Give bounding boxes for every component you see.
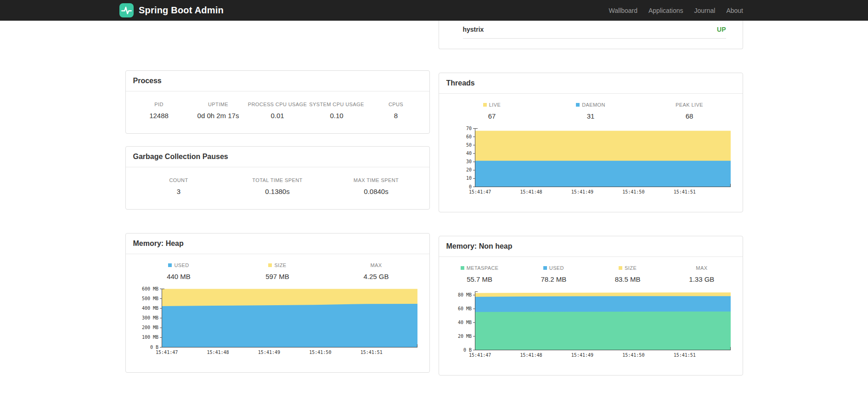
svg-text:40 MB: 40 MB [457,320,471,325]
gc-stats: COUNT 3 TOTAL TIME SPENT 0.1380s MAX TIM… [126,167,429,209]
stat-nonheap-size: SIZE 83.5 MB [591,265,665,283]
svg-text:15:41:51: 15:41:51 [360,350,382,355]
svg-text:0: 0 [468,184,471,189]
right-column: hystrix UP Threads LIVE 67 DAEMON 31 [439,21,743,376]
svg-text:15:41:50: 15:41:50 [622,353,644,358]
threads-chart: 01020304050607015:41:4715:41:4815:41:491… [439,125,743,201]
svg-text:15:41:48: 15:41:48 [207,350,229,355]
stat-gc-max-time: MAX TIME SPENT 0.0840s [327,177,426,195]
health-row-hystrix: hystrix UP [463,21,726,39]
stat-nonheap-metaspace: METASPACE 55.7 MB [443,265,517,283]
svg-text:15:41:50: 15:41:50 [309,350,331,355]
heap-size-swatch [268,263,272,267]
threads-panel: Threads LIVE 67 DAEMON 31 PEAK LIVE 68 [439,73,743,212]
nonheap-panel-title: Memory: Non heap [439,236,743,257]
navbar-inner: Spring Boot Admin Wallboard Applications… [119,0,749,21]
svg-text:20 MB: 20 MB [457,334,471,339]
threads-chart-body: LIVE 67 DAEMON 31 PEAK LIVE 68 010203040… [439,94,743,212]
svg-text:60: 60 [466,134,471,139]
stat-uptime: UPTIME 0d 0h 2m 17s [189,102,248,120]
nonheap-legend: METASPACE 55.7 MB USED 78.2 MB SIZE 83.5… [439,257,743,288]
svg-text:15:41:49: 15:41:49 [258,350,280,355]
heap-used-swatch [168,263,172,267]
svg-text:15:41:48: 15:41:48 [520,353,542,358]
svg-text:50: 50 [466,142,471,148]
heap-chart: 0 B100 MB200 MB300 MB400 MB500 MB600 MB1… [126,285,429,362]
pulse-logo-icon [119,3,134,17]
svg-text:15:41:49: 15:41:49 [571,189,593,194]
svg-text:80 MB: 80 MB [457,292,471,297]
svg-text:300 MB: 300 MB [141,315,158,320]
nonheap-chart: 0 B20 MB40 MB60 MB80 MB15:41:4715:41:481… [439,288,743,364]
svg-text:400 MB: 400 MB [141,306,158,311]
nav-links: Wallboard Applications Journal About [603,7,749,14]
brand-title: Spring Boot Admin [139,5,224,16]
heap-legend: USED 440 MB SIZE 597 MB MAX 4.25 GB [126,254,429,285]
stat-heap-max: MAX 4.25 GB [327,262,426,280]
stat-nonheap-max: MAX 1.33 GB [665,265,738,283]
svg-text:15:41:47: 15:41:47 [469,189,491,194]
nav-item-about[interactable]: About [721,7,749,14]
threads-daemon-swatch [576,103,580,107]
nav-item-applications[interactable]: Applications [643,7,689,14]
navbar: Spring Boot Admin Wallboard Applications… [0,0,868,21]
threads-panel-title: Threads [439,73,743,94]
svg-text:15:41:49: 15:41:49 [571,353,593,358]
stat-gc-count: COUNT 3 [130,177,228,195]
svg-text:60 MB: 60 MB [457,306,471,311]
nonheap-size-swatch [619,266,622,270]
heap-panel-title: Memory: Heap [126,233,429,254]
svg-text:40: 40 [466,151,471,156]
svg-text:100 MB: 100 MB [141,335,158,340]
heap-chart-body: USED 440 MB SIZE 597 MB MAX 4.25 GB 0 B1… [126,254,429,372]
gc-pauses-panel: Garbage Collection Pauses COUNT 3 TOTAL … [125,146,430,210]
svg-text:15:41:51: 15:41:51 [673,353,695,358]
stat-heap-used: USED 440 MB [130,262,228,280]
stat-threads-peak-live: PEAK LIVE 68 [640,102,739,120]
svg-text:0 B: 0 B [463,347,471,353]
svg-text:15:41:51: 15:41:51 [673,189,695,194]
left-column: Process PID 12488 UPTIME 0d 0h 2m 17s PR… [125,21,430,373]
nav-item-wallboard[interactable]: Wallboard [603,7,643,14]
stat-nonheap-used: USED 78.2 MB [517,265,591,283]
nonheap-used-swatch [543,266,547,270]
svg-text:200 MB: 200 MB [141,325,158,330]
svg-text:15:41:50: 15:41:50 [622,189,644,194]
stat-cpus: CPUS 8 [366,102,426,120]
svg-text:70: 70 [466,126,471,131]
gc-panel-title: Garbage Collection Pauses [126,147,429,167]
process-stats: PID 12488 UPTIME 0d 0h 2m 17s PROCESS CP… [126,91,429,133]
stat-threads-daemon: DAEMON 31 [541,102,640,120]
health-panel-fragment: hystrix UP [439,21,743,49]
stat-pid: PID 12488 [130,102,189,120]
health-item-name: hystrix [463,26,484,33]
brand[interactable]: Spring Boot Admin [119,3,224,17]
svg-text:10: 10 [466,176,471,181]
threads-legend: LIVE 67 DAEMON 31 PEAK LIVE 68 [439,94,743,125]
process-panel: Process PID 12488 UPTIME 0d 0h 2m 17s PR… [125,70,430,134]
svg-text:15:41:47: 15:41:47 [469,353,491,358]
memory-heap-panel: Memory: Heap USED 440 MB SIZE 597 MB MAX… [125,233,430,373]
svg-text:500 MB: 500 MB [141,296,158,301]
nav-item-journal[interactable]: Journal [688,7,721,14]
status-badge: UP [717,26,726,33]
memory-nonheap-panel: Memory: Non heap METASPACE 55.7 MB USED … [439,236,743,376]
svg-text:15:41:47: 15:41:47 [156,350,178,355]
main-content: Process PID 12488 UPTIME 0d 0h 2m 17s PR… [125,21,743,376]
nonheap-chart-body: METASPACE 55.7 MB USED 78.2 MB SIZE 83.5… [439,257,743,375]
nonheap-metaspace-swatch [461,266,464,270]
stat-gc-total-time: TOTAL TIME SPENT 0.1380s [228,177,327,195]
process-panel-title: Process [126,71,429,91]
stat-system-cpu-usage: SYSTEM CPU USAGE 0.10 [307,102,366,120]
threads-live-swatch [483,103,487,107]
svg-text:20: 20 [466,167,471,172]
svg-text:15:41:48: 15:41:48 [520,189,542,194]
stat-heap-size: SIZE 597 MB [228,262,327,280]
svg-text:600 MB: 600 MB [141,286,158,291]
svg-text:30: 30 [466,159,471,164]
stat-process-cpu-usage: PROCESS CPU USAGE 0.01 [248,102,307,120]
svg-text:0 B: 0 B [150,345,158,350]
stat-threads-live: LIVE 67 [443,102,541,120]
